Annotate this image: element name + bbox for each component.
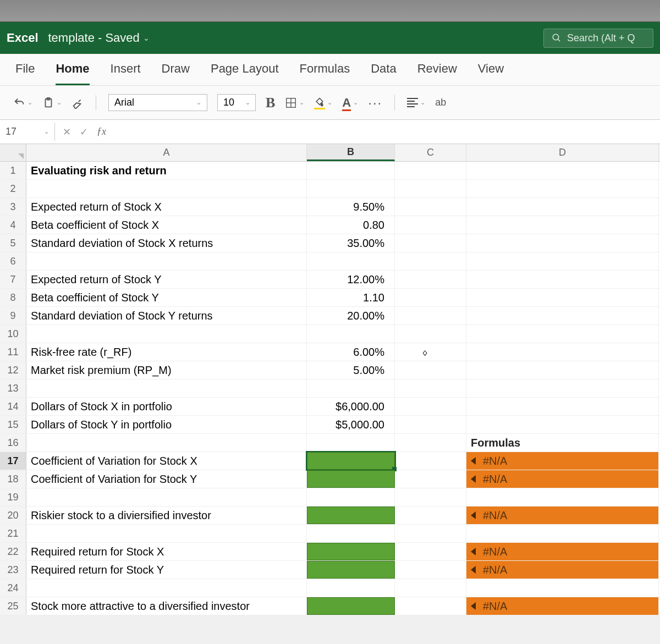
cell[interactable] bbox=[466, 579, 659, 597]
cell[interactable]: $6,000.00 bbox=[307, 398, 395, 415]
row-header[interactable]: 24 bbox=[0, 579, 26, 597]
cell[interactable]: Expected return of Stock X bbox=[26, 198, 307, 216]
cell[interactable] bbox=[307, 162, 395, 179]
tab-draw[interactable]: Draw bbox=[162, 62, 190, 85]
cell[interactable] bbox=[395, 162, 466, 179]
bold-button[interactable]: B bbox=[266, 95, 275, 111]
cell[interactable]: Stock more attractive to a diversified i… bbox=[26, 597, 307, 615]
alignment-button[interactable]: ⌄ bbox=[407, 96, 425, 109]
row-header[interactable]: 6 bbox=[0, 252, 26, 270]
cell[interactable]: Riskier stock to a diviersified investor bbox=[26, 507, 307, 524]
cell[interactable] bbox=[307, 488, 395, 506]
cell[interactable] bbox=[307, 325, 395, 343]
cell[interactable]: Required return for Stock X bbox=[26, 543, 307, 560]
cell[interactable] bbox=[466, 198, 659, 216]
cell[interactable] bbox=[466, 343, 659, 361]
row-header[interactable]: 21 bbox=[0, 525, 26, 542]
tab-insert[interactable]: Insert bbox=[111, 62, 141, 85]
row-header[interactable]: 13 bbox=[0, 379, 26, 397]
row-header[interactable]: 20 bbox=[0, 507, 26, 524]
cell[interactable]: Beta coefficient of Stock X bbox=[26, 216, 307, 234]
cell[interactable] bbox=[466, 379, 659, 397]
cell[interactable] bbox=[395, 543, 466, 560]
cell[interactable] bbox=[26, 325, 307, 343]
name-box[interactable]: 17 ⌄ bbox=[0, 123, 55, 141]
cell[interactable] bbox=[307, 434, 395, 452]
cancel-formula-icon[interactable]: ✕ bbox=[63, 126, 71, 138]
cell[interactable] bbox=[26, 579, 307, 597]
cell[interactable]: ⬨ bbox=[395, 343, 466, 361]
row-header[interactable]: 10 bbox=[0, 325, 26, 343]
cell[interactable] bbox=[466, 325, 659, 343]
cell[interactable] bbox=[395, 525, 466, 542]
cell[interactable] bbox=[26, 525, 307, 542]
row-header[interactable]: 22 bbox=[0, 543, 26, 560]
cell[interactable] bbox=[466, 180, 659, 197]
cell[interactable] bbox=[307, 180, 395, 197]
cell[interactable] bbox=[307, 452, 395, 470]
cell[interactable] bbox=[307, 543, 395, 560]
column-header-b[interactable]: B bbox=[307, 144, 395, 161]
cell[interactable] bbox=[26, 379, 307, 397]
cell[interactable] bbox=[395, 271, 466, 288]
cell[interactable] bbox=[395, 507, 466, 524]
cell[interactable] bbox=[395, 252, 466, 270]
fx-icon[interactable]: ƒx bbox=[97, 126, 106, 137]
column-header-d[interactable]: D bbox=[466, 144, 659, 161]
cell[interactable]: Risk-free rate (r_RF) bbox=[26, 343, 307, 361]
cell[interactable] bbox=[395, 434, 466, 452]
row-header[interactable]: 25 bbox=[0, 597, 26, 615]
cell[interactable] bbox=[395, 579, 466, 597]
cell[interactable]: #N/A bbox=[466, 452, 659, 470]
cell[interactable]: Standard deviation of Stock Y returns bbox=[26, 307, 307, 324]
cell[interactable] bbox=[307, 470, 395, 488]
cell[interactable] bbox=[307, 379, 395, 397]
row-header[interactable]: 15 bbox=[0, 416, 26, 433]
row-header[interactable]: 23 bbox=[0, 561, 26, 579]
column-header-c[interactable]: C bbox=[395, 144, 466, 161]
cell[interactable]: 9.50% bbox=[307, 198, 395, 216]
cell[interactable] bbox=[395, 561, 466, 579]
cell[interactable] bbox=[395, 180, 466, 197]
cell[interactable]: Coefficient of Variation for Stock Y bbox=[26, 470, 307, 488]
tab-page-layout[interactable]: Page Layout bbox=[211, 62, 279, 85]
cell[interactable]: Standard deviation of Stock X returns bbox=[26, 234, 307, 252]
row-header[interactable]: 8 bbox=[0, 289, 26, 306]
tab-formulas[interactable]: Formulas bbox=[300, 62, 350, 85]
fill-color-button[interactable]: ⌄ bbox=[314, 97, 332, 108]
font-family-select[interactable]: Arial ⌄ bbox=[108, 94, 207, 111]
cell[interactable]: #N/A bbox=[466, 561, 659, 579]
spreadsheet-grid[interactable]: A B C D 1Evaluating risk and return23Exp… bbox=[0, 144, 660, 615]
cell[interactable] bbox=[26, 434, 307, 452]
cell[interactable]: #N/A bbox=[466, 470, 659, 488]
tab-view[interactable]: View bbox=[478, 62, 504, 85]
undo-button[interactable]: ⌄ bbox=[13, 97, 32, 109]
format-painter-button[interactable] bbox=[72, 97, 84, 109]
cell[interactable]: #N/A bbox=[466, 507, 659, 524]
cell[interactable]: 20.00% bbox=[307, 307, 395, 324]
cell[interactable] bbox=[395, 289, 466, 306]
cell[interactable] bbox=[26, 180, 307, 197]
cell[interactable]: $5,000.00 bbox=[307, 416, 395, 433]
more-formatting-button[interactable]: ··· bbox=[368, 95, 382, 111]
cell[interactable] bbox=[395, 470, 466, 488]
row-header[interactable]: 5 bbox=[0, 234, 26, 252]
wrap-text-button[interactable]: ab bbox=[435, 97, 446, 108]
row-header[interactable]: 1 bbox=[0, 162, 26, 179]
cell[interactable] bbox=[395, 361, 466, 379]
row-header[interactable]: 14 bbox=[0, 398, 26, 415]
borders-button[interactable]: ⌄ bbox=[285, 97, 304, 109]
row-header[interactable]: 7 bbox=[0, 271, 26, 288]
cell[interactable]: #N/A bbox=[466, 597, 659, 615]
tab-data[interactable]: Data bbox=[371, 62, 396, 85]
cell[interactable] bbox=[466, 488, 659, 506]
column-header-a[interactable]: A bbox=[26, 144, 307, 161]
cell[interactable]: Beta coefficient of Stock Y bbox=[26, 289, 307, 306]
document-title[interactable]: template - Saved ⌄ bbox=[48, 31, 150, 45]
tab-home[interactable]: Home bbox=[56, 62, 89, 85]
cell[interactable]: 12.00% bbox=[307, 271, 395, 288]
tab-file[interactable]: File bbox=[15, 62, 35, 85]
cell[interactable] bbox=[395, 234, 466, 252]
cell[interactable]: #N/A bbox=[466, 543, 659, 560]
cell[interactable]: Required return for Stock Y bbox=[26, 561, 307, 579]
